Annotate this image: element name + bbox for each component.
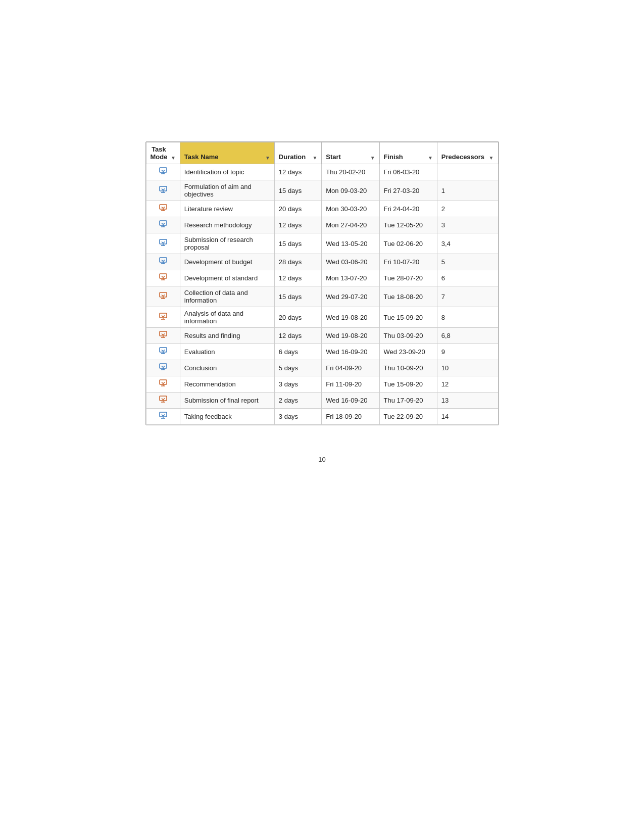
duration-cell: 3 days	[274, 409, 321, 425]
table-row: Development of standard12 daysMon 13-07-…	[146, 270, 498, 286]
task-mode-icon	[159, 167, 168, 177]
col-header-task-mode[interactable]: Task Mode ▼	[146, 142, 180, 164]
finish-cell: Thu 17-09-20	[379, 393, 437, 409]
finish-cell: Tue 18-08-20	[379, 286, 437, 307]
task-name-cell: Conclusion	[180, 360, 274, 376]
duration-cell: 12 days	[274, 328, 321, 344]
task-mode-icon	[159, 395, 168, 406]
col-header-task-name[interactable]: Task Name ▼	[180, 142, 274, 164]
duration-cell: 6 days	[274, 344, 321, 360]
task-mode-cell	[146, 344, 180, 360]
task-name-cell: Results and finding	[180, 328, 274, 344]
task-mode-cell	[146, 233, 180, 254]
finish-cell: Fri 24-04-20	[379, 201, 437, 217]
table-row: Submission of research proposal15 daysWe…	[146, 233, 498, 254]
task-name-cell: Identification of topic	[180, 164, 274, 180]
col-header-finish[interactable]: Finish ▼	[379, 142, 437, 164]
start-header-label: Start	[326, 153, 341, 161]
start-cell: Wed 29-07-20	[322, 286, 379, 307]
start-cell: Wed 16-09-20	[322, 344, 379, 360]
task-mode-icon	[159, 291, 168, 302]
task-mode-header-label: Task Mode	[151, 145, 168, 161]
col-header-start[interactable]: Start ▼	[322, 142, 379, 164]
start-dropdown-icon[interactable]: ▼	[370, 155, 375, 161]
predecessors-cell: 9	[437, 344, 498, 360]
duration-dropdown-icon[interactable]: ▼	[312, 155, 317, 161]
start-cell: Mon 13-07-20	[322, 270, 379, 286]
table-row: Recommendation3 daysFri 11-09-20Tue 15-0…	[146, 376, 498, 393]
task-mode-cell	[146, 270, 180, 286]
table-body: Identification of topic12 daysThu 20-02-…	[146, 164, 498, 425]
finish-cell: Fri 10-07-20	[379, 254, 437, 270]
table-row: Formulation of aim and objectives15 days…	[146, 180, 498, 201]
col-header-predecessors[interactable]: Predecessors ▼	[437, 142, 498, 164]
task-mode-cell	[146, 180, 180, 201]
task-mode-cell	[146, 217, 180, 233]
start-cell: Fri 18-09-20	[322, 409, 379, 425]
finish-header-label: Finish	[384, 153, 403, 161]
finish-cell: Tue 02-06-20	[379, 233, 437, 254]
predecessors-cell: 12	[437, 376, 498, 393]
page-number: 10	[318, 456, 325, 463]
task-mode-cell	[146, 254, 180, 270]
task-name-cell: Analysis of data and information	[180, 307, 274, 328]
task-name-cell: Development of budget	[180, 254, 274, 270]
predecessors-cell: 6,8	[437, 328, 498, 344]
predecessors-cell: 10	[437, 360, 498, 376]
task-name-cell: Research methodology	[180, 217, 274, 233]
task-mode-cell	[146, 286, 180, 307]
task-name-cell: Formulation of aim and objectives	[180, 180, 274, 201]
start-cell: Fri 04-09-20	[322, 360, 379, 376]
task-mode-icon	[159, 347, 168, 357]
table-row: Identification of topic12 daysThu 20-02-…	[146, 164, 498, 180]
task-mode-cell	[146, 164, 180, 180]
finish-cell: Tue 15-09-20	[379, 376, 437, 393]
start-cell: Wed 19-08-20	[322, 307, 379, 328]
duration-cell: 28 days	[274, 254, 321, 270]
finish-cell: Thu 03-09-20	[379, 328, 437, 344]
predecessors-cell: 3,4	[437, 233, 498, 254]
finish-dropdown-icon[interactable]: ▼	[428, 155, 433, 161]
table-row: Research methodology12 daysMon 27-04-20T…	[146, 217, 498, 233]
page-wrapper: Task Mode ▼ Task Name ▼ Duration ▼	[44, 0, 600, 463]
start-cell: Thu 20-02-20	[322, 164, 379, 180]
table-row: Evaluation6 daysWed 16-09-20Wed 23-09-20…	[146, 344, 498, 360]
duration-cell: 5 days	[274, 360, 321, 376]
predecessors-cell: 8	[437, 307, 498, 328]
task-name-dropdown-icon[interactable]: ▼	[265, 155, 270, 161]
task-mode-cell	[146, 201, 180, 217]
duration-cell: 15 days	[274, 233, 321, 254]
predecessors-cell: 2	[437, 201, 498, 217]
finish-cell: Tue 28-07-20	[379, 270, 437, 286]
finish-cell: Tue 15-09-20	[379, 307, 437, 328]
start-cell: Wed 16-09-20	[322, 393, 379, 409]
start-cell: Wed 03-06-20	[322, 254, 379, 270]
task-mode-icon	[159, 363, 168, 373]
start-cell: Mon 09-03-20	[322, 180, 379, 201]
predecessors-dropdown-icon[interactable]: ▼	[489, 155, 494, 161]
col-header-duration[interactable]: Duration ▼	[274, 142, 321, 164]
task-mode-icon	[159, 379, 168, 389]
task-mode-icon	[159, 185, 168, 196]
task-name-cell: Evaluation	[180, 344, 274, 360]
task-mode-cell	[146, 393, 180, 409]
task-mode-dropdown-icon[interactable]: ▼	[171, 155, 176, 161]
duration-cell: 15 days	[274, 286, 321, 307]
table-row: Submission of final report2 daysWed 16-0…	[146, 393, 498, 409]
predecessors-cell	[437, 164, 498, 180]
start-cell: Wed 13-05-20	[322, 233, 379, 254]
task-mode-icon	[159, 312, 168, 323]
task-name-cell: Development of standard	[180, 270, 274, 286]
duration-cell: 20 days	[274, 201, 321, 217]
predecessors-cell: 7	[437, 286, 498, 307]
task-name-header-label: Task Name	[184, 153, 219, 161]
table-row: Collection of data and information15 day…	[146, 286, 498, 307]
task-name-cell: Submission of final report	[180, 393, 274, 409]
predecessors-header-label: Predecessors	[441, 153, 484, 161]
table-row: Taking feedback3 daysFri 18-09-20Tue 22-…	[146, 409, 498, 425]
task-mode-cell	[146, 307, 180, 328]
finish-cell: Fri 27-03-20	[379, 180, 437, 201]
duration-cell: 3 days	[274, 376, 321, 393]
duration-cell: 12 days	[274, 217, 321, 233]
start-cell: Mon 30-03-20	[322, 201, 379, 217]
